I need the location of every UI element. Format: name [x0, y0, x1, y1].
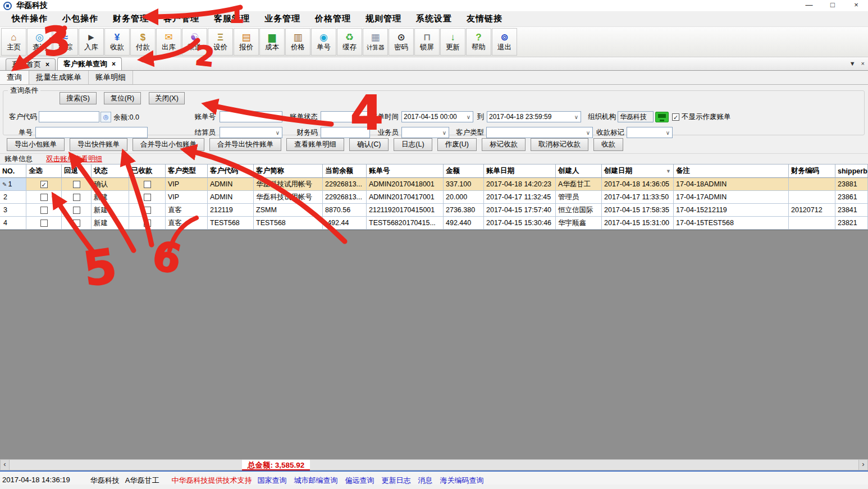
table-row[interactable]: 4 新建 直客 TEST568 TEST568 -492.44 TEST5682… — [0, 217, 868, 230]
toolbar-button[interactable]: ▥ 价格 — [285, 28, 310, 56]
received-checkbox[interactable] — [144, 181, 151, 188]
org-input[interactable]: 华磊科技 — [618, 111, 654, 122]
toolbar-button[interactable]: $ 付款 — [130, 28, 156, 56]
toolbar-button[interactable]: ⊓ 锁屏 — [414, 28, 440, 56]
rollback-checkbox[interactable] — [73, 220, 80, 227]
menu-item[interactable]: 价格管理 — [308, 13, 358, 24]
action-button[interactable]: 导出小包账单 — [7, 138, 65, 151]
column-header[interactable]: 状态 — [92, 164, 129, 178]
toolbar-button[interactable]: ⊚ 退出 — [492, 28, 517, 56]
reset-button[interactable]: 复位(R) — [104, 92, 141, 104]
tracking-no-input[interactable] — [35, 127, 148, 138]
column-header[interactable]: 备注 — [674, 164, 789, 178]
sub-tab[interactable]: 查询 — [0, 71, 29, 84]
status-link[interactable]: 消息 — [418, 476, 432, 485]
menu-item[interactable]: 规则管理 — [358, 13, 409, 24]
cell-received[interactable] — [129, 217, 166, 230]
bill-no-input[interactable] — [220, 111, 282, 122]
select-checkbox[interactable] — [40, 207, 48, 214]
payment-mark-select[interactable]: ∨ — [627, 127, 673, 138]
toolbar-button[interactable]: ? 帮助 — [466, 28, 491, 56]
sub-tab[interactable]: 账单明细 — [89, 71, 133, 84]
toolbar-button[interactable]: ☯ 渠道 — [182, 28, 207, 56]
cell-received[interactable] — [129, 178, 166, 191]
toolbar-button[interactable]: ▦ 计算器 — [363, 28, 388, 56]
action-button[interactable]: 标记收款 — [482, 138, 526, 151]
status-link[interactable]: 海关编码查询 — [440, 476, 483, 485]
received-checkbox[interactable] — [144, 194, 151, 201]
action-button[interactable]: 作废(U) — [437, 138, 477, 151]
action-button[interactable]: 导出快件账单 — [70, 138, 127, 151]
column-header[interactable]: 客户简称 — [254, 164, 323, 178]
toolbar-button[interactable]: Ξ 设价 — [208, 28, 233, 56]
tab-overflow-icon[interactable]: ▼ — [849, 60, 856, 67]
column-header[interactable]: 回退 — [62, 164, 92, 178]
column-header[interactable]: 客户代码 — [208, 164, 254, 178]
menu-item[interactable]: 快件操作 — [4, 13, 55, 24]
toolbar-button[interactable]: ▤ 报价 — [234, 28, 259, 56]
salesman-select[interactable]: ∨ — [401, 127, 449, 138]
received-checkbox[interactable] — [144, 220, 151, 227]
customer-lookup-icon[interactable]: ◎ — [100, 112, 111, 122]
toolbar-button[interactable]: ► 入库 — [79, 28, 104, 56]
customer-code-input[interactable] — [39, 111, 99, 122]
tab-close-icon[interactable]: × — [112, 60, 116, 68]
column-header[interactable]: 已收款 — [129, 164, 166, 178]
tabbar-close-icon[interactable]: × — [861, 60, 865, 67]
column-header[interactable]: 客户类型 — [166, 164, 208, 178]
menu-item[interactable]: 客户管理 — [156, 13, 207, 24]
column-header[interactable]: shipperbi — [835, 164, 868, 178]
action-button[interactable]: 日志(L) — [394, 138, 432, 151]
toolbar-button[interactable]: ↓ 更新 — [440, 28, 465, 56]
horizontal-scrollbar[interactable]: ‹ 总金额: 3,585.92 › — [0, 459, 868, 470]
toolbar-button[interactable]: ◎ 查询 — [27, 28, 52, 56]
close-button[interactable]: × — [844, 0, 868, 11]
scroll-right-icon[interactable]: › — [858, 460, 867, 470]
cell-rollback[interactable] — [62, 178, 92, 191]
finance-code-input[interactable] — [321, 127, 370, 138]
cell-rollback[interactable] — [62, 191, 92, 204]
select-checkbox[interactable] — [40, 194, 48, 201]
bill-time-from-select[interactable]: 2017-04-15 00:00 ∨ — [401, 111, 473, 122]
select-checkbox[interactable]: ✓ — [40, 181, 48, 188]
maximize-button[interactable]: □ — [821, 0, 844, 11]
document-tab[interactable]: 系统首页 × — [6, 58, 56, 70]
cell-select[interactable] — [26, 204, 62, 217]
sort-arrow-icon[interactable]: ▼ — [666, 168, 671, 174]
column-header[interactable]: 账单日期 — [484, 164, 556, 178]
toolbar-button[interactable]: ♻ 缓存 — [337, 28, 362, 56]
cell-rollback[interactable] — [62, 217, 92, 230]
column-header[interactable]: 创建人 — [556, 164, 602, 178]
toolbar-button[interactable]: ✉ 出库 — [156, 28, 181, 56]
document-tab[interactable]: 客户账单查询 × — [57, 57, 122, 70]
cell-received[interactable] — [129, 191, 166, 204]
minimize-button[interactable]: — — [797, 0, 821, 11]
toolbar-button[interactable]: ¥ 收款 — [104, 28, 130, 56]
hide-void-checkbox[interactable]: ✓ — [672, 113, 679, 121]
column-header[interactable]: 账单号 — [367, 164, 444, 178]
menu-item[interactable]: 财务管理 — [106, 13, 156, 24]
menu-item[interactable]: 系统设置 — [409, 13, 459, 24]
toolbar-button[interactable]: ◉ 单号 — [311, 28, 336, 56]
rollback-checkbox[interactable] — [73, 181, 80, 188]
toolbar-button[interactable]: ▆ 成本 — [259, 28, 285, 56]
table-row[interactable]: 2 新建 VIP ADMIN 华磊科技试用帐号 22926813... ADMI… — [0, 191, 868, 204]
status-link[interactable]: 国家查询 — [257, 476, 286, 485]
column-header[interactable]: 全选 — [26, 164, 62, 178]
cell-select[interactable] — [26, 217, 62, 230]
cell-select[interactable] — [26, 191, 62, 204]
column-header[interactable]: 金额 — [444, 164, 484, 178]
action-button[interactable]: 确认(C) — [349, 138, 389, 151]
cell-rollback[interactable] — [62, 204, 92, 217]
bill-time-to-select[interactable]: 2017-04-18 23:59:59 ∨ — [487, 111, 581, 122]
scroll-left-icon[interactable]: ‹ — [1, 460, 10, 470]
cell-select[interactable]: ✓ — [26, 178, 62, 191]
column-header[interactable]: 当前余额 — [323, 164, 367, 178]
search-button[interactable]: 搜索(S) — [60, 92, 97, 104]
menu-item[interactable]: 业务管理 — [257, 13, 308, 24]
table-row[interactable]: ✎1 ✓ 确认 VIP ADMIN 华磊科技试用帐号 22926813... A… — [0, 178, 868, 191]
status-link[interactable]: 更新日志 — [381, 476, 410, 485]
hide-void-checkbox-group[interactable]: ✓ 不显示作废账单 — [672, 112, 731, 122]
status-link[interactable]: 城市邮编查询 — [294, 476, 337, 485]
bill-status-select[interactable]: ∨ — [321, 111, 370, 122]
